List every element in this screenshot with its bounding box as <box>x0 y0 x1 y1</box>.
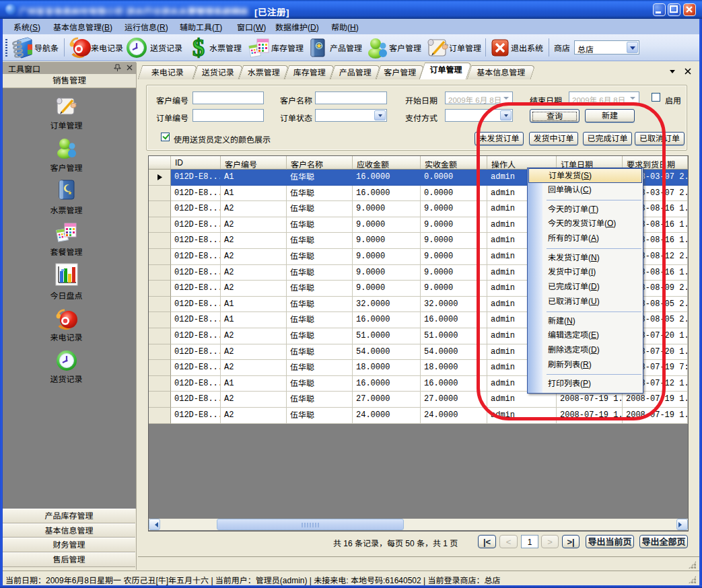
svg-text:$: $ <box>192 36 205 60</box>
